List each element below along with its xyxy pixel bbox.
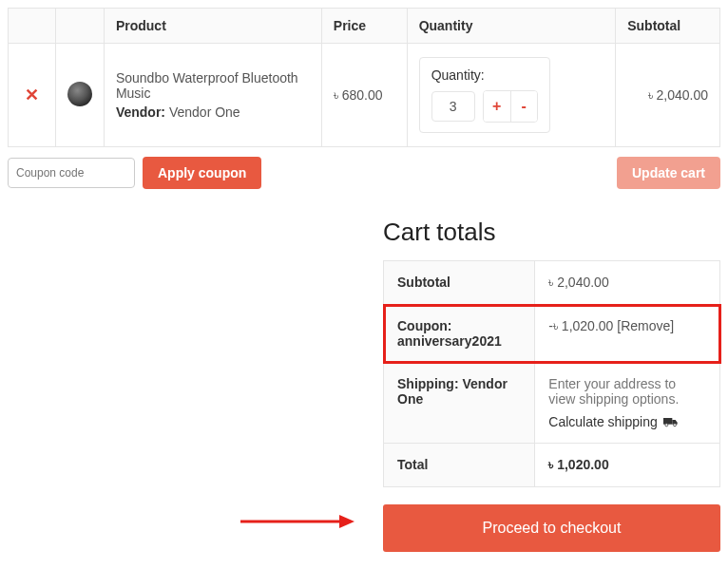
product-thumbnail[interactable] bbox=[67, 82, 92, 106]
col-price-header: Price bbox=[321, 9, 407, 44]
annotation-arrow-icon bbox=[240, 512, 354, 531]
col-qty-header: Quantity bbox=[407, 9, 616, 44]
total-label: Total bbox=[384, 444, 535, 487]
subtotal-label: Subtotal bbox=[384, 261, 535, 305]
shipping-note: Enter your address to view shipping opti… bbox=[548, 376, 706, 407]
truck-icon bbox=[663, 416, 679, 427]
table-row: ✕ Soundbo Waterproof Bluetooth Music Ven… bbox=[9, 44, 720, 147]
quantity-input[interactable] bbox=[431, 91, 475, 122]
remove-item-button[interactable]: ✕ bbox=[25, 85, 39, 104]
calculate-shipping-link[interactable]: Calculate shipping bbox=[548, 414, 678, 429]
coupon-discount-value: -৳ 1,020.00 bbox=[548, 318, 613, 333]
total-value: ৳ 1,020.00 bbox=[535, 444, 720, 487]
svg-rect-0 bbox=[663, 418, 672, 425]
cart-totals-table: Subtotal ৳ 2,040.00 Coupon: anniversary2… bbox=[383, 260, 720, 487]
cart-totals-section: Cart totals Subtotal ৳ 2,040.00 Coupon: … bbox=[383, 218, 720, 552]
svg-point-2 bbox=[673, 424, 676, 427]
proceed-to-checkout-button[interactable]: Proceed to checkout bbox=[383, 504, 720, 552]
subtotal-value: ৳ 2,040.00 bbox=[535, 261, 720, 305]
price-cell: ৳ 680.00 bbox=[321, 44, 407, 147]
coupon-action-row: Apply coupon Update cart bbox=[8, 157, 720, 189]
quantity-box: Quantity: + - bbox=[419, 57, 550, 133]
cart-totals-title: Cart totals bbox=[383, 218, 720, 247]
remove-coupon-link[interactable]: [Remove] bbox=[617, 318, 674, 333]
subtotal-cell: ৳ 2,040.00 bbox=[616, 44, 720, 147]
vendor-line: Vendor: Vendor One bbox=[116, 104, 310, 120]
col-remove-header bbox=[9, 9, 56, 44]
product-name[interactable]: Soundbo Waterproof Bluetooth Music bbox=[116, 70, 310, 101]
quantity-increase-button[interactable]: + bbox=[484, 91, 510, 122]
cart-table: Product Price Quantity Subtotal ✕ Soundb… bbox=[8, 8, 720, 147]
quantity-label: Quantity: bbox=[431, 67, 538, 83]
col-subtotal-header: Subtotal bbox=[616, 9, 720, 44]
col-thumb-header bbox=[55, 9, 104, 44]
shipping-label: Shipping: Vendor One bbox=[384, 363, 535, 444]
coupon-label: Coupon: anniversary2021 bbox=[384, 305, 535, 363]
update-cart-button[interactable]: Update cart bbox=[617, 157, 720, 189]
quantity-decrease-button[interactable]: - bbox=[510, 91, 537, 122]
coupon-code-input[interactable] bbox=[8, 158, 135, 188]
svg-point-1 bbox=[665, 424, 668, 427]
apply-coupon-button[interactable]: Apply coupon bbox=[143, 157, 261, 189]
svg-marker-4 bbox=[339, 515, 354, 528]
col-product-header: Product bbox=[104, 9, 321, 44]
